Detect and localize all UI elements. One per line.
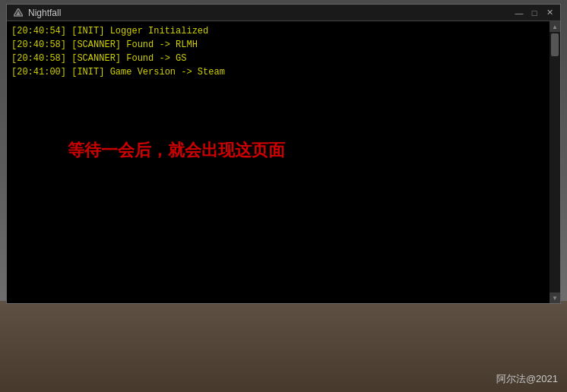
log-timestamp: [20:40:58] (11, 53, 66, 64)
log-line: [20:41:00] [INIT] Game Version -> Steam (11, 65, 556, 79)
log-message: Found -> GS (121, 53, 186, 64)
title-bar-left: Nightfall (13, 8, 61, 18)
log-line: [20:40:54] [INIT] Logger Initialized (11, 24, 556, 38)
terminal-log: [20:40:54] [INIT] Logger Initialized[20:… (11, 24, 556, 79)
nightfall-window: Nightfall — □ ✕ [20:40:54] [INIT] Logger… (6, 4, 561, 304)
scroll-thumb[interactable] (551, 33, 559, 56)
log-tag: [INIT] (66, 26, 104, 36)
log-tag: [SCANNER] (66, 53, 121, 64)
log-line: [20:40:58] [SCANNER] Found -> RLMH (11, 38, 556, 52)
close-button[interactable]: ✕ (545, 8, 554, 17)
watermark-text: 阿尔法@2021 (496, 372, 558, 386)
scroll-up-arrow[interactable]: ▲ (550, 21, 560, 32)
terminal-body: [20:40:54] [INIT] Logger Initialized[20:… (7, 21, 560, 303)
maximize-button[interactable]: □ (530, 8, 539, 17)
app-icon (13, 8, 24, 18)
window-controls[interactable]: — □ ✕ (515, 8, 554, 17)
log-tag: [SCANNER] (66, 40, 121, 50)
log-line: [20:40:58] [SCANNER] Found -> GS (11, 52, 556, 65)
log-message: Logger Initialized (104, 26, 208, 36)
log-timestamp: [20:40:58] (11, 40, 66, 50)
scroll-down-arrow[interactable]: ▼ (550, 292, 560, 303)
title-bar: Nightfall — □ ✕ (7, 5, 560, 21)
log-timestamp: [20:40:54] (11, 26, 66, 36)
log-tag: [INIT] (66, 67, 104, 77)
log-message: Found -> RLMH (121, 40, 198, 50)
log-message: Game Version -> Steam (104, 67, 224, 77)
minimize-button[interactable]: — (515, 8, 524, 17)
chinese-wait-message: 等待一会后，就会出现这页面 (68, 139, 285, 162)
window-title: Nightfall (28, 8, 61, 18)
scrollbar-track[interactable]: ▲ ▼ (550, 21, 560, 303)
log-timestamp: [20:41:00] (11, 67, 66, 77)
